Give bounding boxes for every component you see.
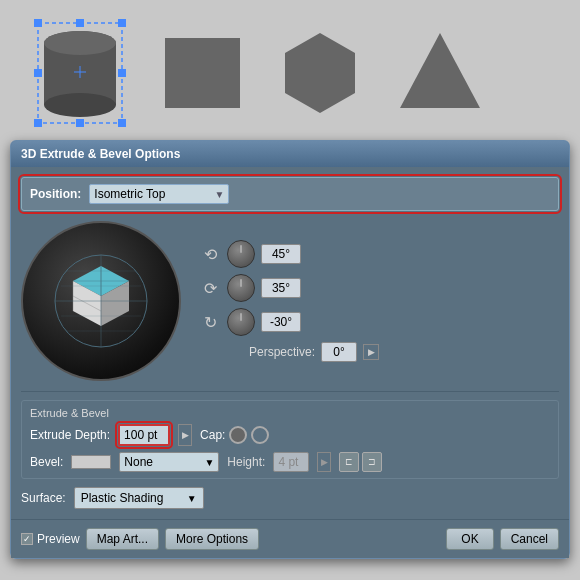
height-value: 4 pt [278, 455, 298, 469]
extrude-depth-value: 100 pt [124, 428, 157, 442]
angle-controls: ⟲ 45° ⟳ 35° ↻ -30° Perspe [199, 240, 379, 362]
bevel-label: Bevel: [30, 455, 63, 469]
svg-point-12 [44, 93, 116, 117]
rectangle-preview [160, 28, 245, 118]
preview-checkbox-area: ✓ Preview [21, 532, 80, 546]
position-label: Position: [30, 187, 81, 201]
svg-rect-7 [34, 119, 42, 127]
hexagon-svg [275, 28, 365, 118]
svg-rect-2 [76, 19, 84, 27]
dialog-content: Position: Isometric Top ▼ [11, 167, 569, 519]
surface-arrow-icon: ▼ [187, 493, 197, 504]
height-field: 4 pt [273, 452, 309, 472]
x-rotate-icon: ⟲ [199, 243, 221, 265]
z-rotate-icon: ↻ [199, 311, 221, 333]
bevel-icons: ⊏ ⊐ [339, 452, 382, 472]
z-rotation-row: ↻ -30° [199, 308, 379, 336]
x-angle-value[interactable]: 45° [261, 244, 301, 264]
x-rotation-row: ⟲ 45° [199, 240, 379, 268]
perspective-arrow[interactable]: ▶ [363, 344, 379, 360]
height-arrow: ▶ [317, 452, 331, 472]
z-angle-knob[interactable] [227, 308, 255, 336]
surface-row: Surface: Plastic Shading ▼ [21, 487, 559, 509]
extrude-depth-arrow[interactable]: ▶ [178, 424, 192, 446]
preview-checkbox[interactable]: ✓ [21, 533, 33, 545]
bevel-arrow-icon: ▼ [204, 457, 214, 468]
bevel-select[interactable]: None ▼ [119, 452, 219, 472]
svg-rect-6 [118, 69, 126, 77]
svg-marker-18 [400, 33, 480, 108]
map-art-button[interactable]: Map Art... [86, 528, 159, 550]
bevel-swatch [71, 455, 111, 469]
svg-rect-8 [76, 119, 84, 127]
surface-select[interactable]: Plastic Shading ▼ [74, 487, 204, 509]
extrude-bevel-section: Extrude & Bevel Extrude Depth: 100 pt ▶ … [21, 400, 559, 479]
dialog: 3D Extrude & Bevel Options Position: Iso… [10, 140, 570, 559]
cap-area: Cap: [200, 426, 269, 444]
y-rotation-row: ⟳ 35° [199, 274, 379, 302]
extrude-bevel-label: Extrude & Bevel [30, 407, 550, 419]
position-select[interactable]: Isometric Top ▼ [89, 184, 229, 204]
chevron-down-icon: ▼ [214, 189, 224, 200]
y-angle-value[interactable]: 35° [261, 278, 301, 298]
cancel-button[interactable]: Cancel [500, 528, 559, 550]
rectangle-svg [160, 28, 245, 118]
y-rotate-icon: ⟳ [199, 277, 221, 299]
svg-rect-16 [165, 38, 240, 108]
height-label: Height: [227, 455, 265, 469]
x-angle-knob[interactable] [227, 240, 255, 268]
preview-label: Preview [37, 532, 80, 546]
perspective-row: Perspective: 0° ▶ [249, 342, 379, 362]
preview-area [0, 0, 580, 140]
hexagon-preview [275, 28, 365, 118]
section-divider [21, 391, 559, 392]
extrude-depth-label: Extrude Depth: [30, 428, 110, 442]
perspective-label: Perspective: [249, 345, 315, 359]
svg-rect-9 [118, 119, 126, 127]
cap-filled-icon[interactable] [229, 426, 247, 444]
position-row: Position: Isometric Top ▼ [21, 177, 559, 211]
rotation-area: ⟲ 45° ⟳ 35° ↻ -30° Perspe [21, 221, 559, 381]
cylinder-preview [30, 18, 130, 128]
cap-label: Cap: [200, 428, 225, 442]
cube-svg [51, 251, 151, 351]
triangle-svg [395, 28, 485, 118]
svg-rect-4 [34, 69, 42, 77]
svg-point-13 [44, 31, 116, 55]
dialog-footer: ✓ Preview Map Art... More Options OK Can… [11, 519, 569, 558]
bevel-btn-2[interactable]: ⊐ [362, 452, 382, 472]
bevel-row: Bevel: None ▼ Height: 4 pt ▶ ⊏ ⊐ [30, 452, 550, 472]
trackball[interactable] [21, 221, 181, 381]
bevel-value: None [124, 455, 153, 469]
more-options-button[interactable]: More Options [165, 528, 259, 550]
triangle-preview [395, 28, 485, 118]
extrude-depth-field[interactable]: 100 pt [118, 424, 170, 446]
svg-rect-3 [118, 19, 126, 27]
z-angle-value[interactable]: -30° [261, 312, 301, 332]
cylinder-svg [30, 18, 130, 128]
svg-rect-1 [34, 19, 42, 27]
extrude-depth-row: Extrude Depth: 100 pt ▶ Cap: [30, 424, 550, 446]
dialog-title: 3D Extrude & Bevel Options [11, 141, 569, 167]
position-value: Isometric Top [94, 187, 165, 201]
perspective-value[interactable]: 0° [321, 342, 357, 362]
svg-marker-17 [285, 33, 355, 113]
surface-value: Plastic Shading [81, 491, 164, 505]
cap-hollow-icon[interactable] [251, 426, 269, 444]
bevel-btn-1[interactable]: ⊏ [339, 452, 359, 472]
y-angle-knob[interactable] [227, 274, 255, 302]
surface-label: Surface: [21, 491, 66, 505]
ok-button[interactable]: OK [446, 528, 493, 550]
